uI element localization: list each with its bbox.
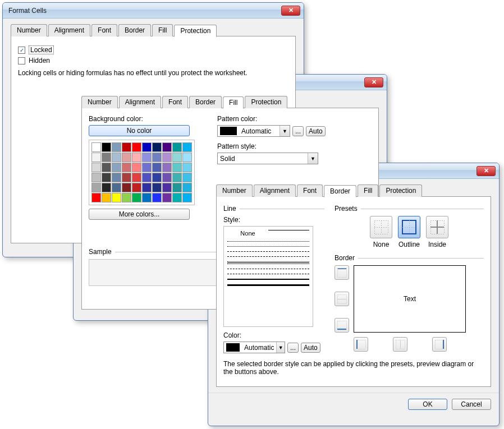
color-swatch[interactable] <box>182 193 192 202</box>
color-swatch[interactable] <box>91 163 101 172</box>
color-swatch[interactable] <box>172 173 182 182</box>
tab-number[interactable]: Number <box>11 24 47 36</box>
border-left-button[interactable] <box>354 337 368 352</box>
color-swatch[interactable] <box>91 183 101 192</box>
border-middle-h-button[interactable] <box>335 292 349 306</box>
color-swatch[interactable] <box>132 193 141 202</box>
line-style-option[interactable] <box>227 279 309 280</box>
color-swatch[interactable] <box>112 163 121 172</box>
color-swatch[interactable] <box>182 153 192 162</box>
line-style-option[interactable] <box>227 251 309 252</box>
color-swatch[interactable] <box>112 173 121 182</box>
color-swatch[interactable] <box>122 153 131 162</box>
border-color-auto-button[interactable]: Auto <box>301 343 320 353</box>
color-swatch[interactable] <box>112 183 121 192</box>
color-swatch[interactable] <box>102 142 111 152</box>
color-swatch[interactable] <box>112 142 121 152</box>
pattern-color-more-button[interactable]: ... <box>292 126 304 136</box>
color-swatch[interactable] <box>102 173 111 182</box>
tab-protection[interactable]: Protection <box>245 96 287 108</box>
border-color-more-button[interactable]: ... <box>287 343 299 353</box>
border-bottom-button[interactable] <box>335 318 349 333</box>
color-swatch[interactable] <box>172 183 182 192</box>
color-swatch[interactable] <box>162 183 172 192</box>
color-swatch[interactable] <box>162 163 172 172</box>
border-color-combo[interactable]: Automatic ▼ <box>223 342 285 353</box>
color-swatch[interactable] <box>91 153 101 162</box>
line-style-list[interactable]: None <box>223 226 313 327</box>
tab-number[interactable]: Number <box>216 184 253 197</box>
color-swatch[interactable] <box>142 173 152 182</box>
tab-alignment[interactable]: Alignment <box>254 184 296 197</box>
color-swatch[interactable] <box>162 142 172 152</box>
color-swatch[interactable] <box>122 142 131 152</box>
line-style-option[interactable] <box>227 284 309 286</box>
color-swatch[interactable] <box>152 153 162 162</box>
color-swatch[interactable] <box>132 183 141 192</box>
close-button[interactable]: ✕ <box>476 166 496 176</box>
color-swatch[interactable] <box>102 183 111 192</box>
color-swatch[interactable] <box>182 183 192 192</box>
color-swatch[interactable] <box>91 142 101 152</box>
color-swatch[interactable] <box>91 173 101 182</box>
pattern-color-combo[interactable]: Automatic ▼ <box>217 125 290 137</box>
preset-outline-button[interactable] <box>398 216 420 238</box>
tab-number[interactable]: Number <box>81 96 118 108</box>
color-palette[interactable] <box>89 140 195 205</box>
color-swatch[interactable] <box>172 153 182 162</box>
color-swatch[interactable] <box>152 193 162 202</box>
color-swatch[interactable] <box>162 193 172 202</box>
more-colors-button[interactable]: More colors... <box>89 209 190 220</box>
border-right-button[interactable] <box>432 337 447 352</box>
color-swatch[interactable] <box>162 153 172 162</box>
line-style-option[interactable] <box>227 274 309 274</box>
locked-checkbox[interactable]: ✓ Locked <box>18 45 288 54</box>
color-swatch[interactable] <box>172 193 182 202</box>
cancel-button[interactable]: Cancel <box>452 399 491 410</box>
close-button[interactable]: ✕ <box>281 6 300 16</box>
color-swatch[interactable] <box>102 153 111 162</box>
tab-fill[interactable]: Fill <box>223 96 244 109</box>
color-swatch[interactable] <box>182 163 192 172</box>
color-swatch[interactable] <box>182 142 192 152</box>
preset-none-button[interactable] <box>370 216 392 238</box>
tab-protection[interactable]: Protection <box>174 25 217 37</box>
tab-border[interactable]: Border <box>324 185 356 197</box>
close-button[interactable]: ✕ <box>364 77 383 87</box>
color-swatch[interactable] <box>142 193 152 202</box>
color-swatch[interactable] <box>162 173 172 182</box>
no-color-button[interactable]: No color <box>89 125 190 136</box>
border-top-button[interactable] <box>335 265 349 280</box>
border-preview[interactable]: Text <box>354 265 466 333</box>
color-swatch[interactable] <box>152 173 162 182</box>
tab-protection[interactable]: Protection <box>379 184 422 197</box>
tab-alignment[interactable]: Alignment <box>119 96 161 108</box>
color-swatch[interactable] <box>142 183 152 192</box>
line-style-none[interactable]: None <box>227 230 268 237</box>
tab-fill[interactable]: Fill <box>152 24 173 36</box>
line-style-option-selected[interactable] <box>227 261 309 264</box>
color-swatch[interactable] <box>122 173 131 182</box>
line-style-option[interactable] <box>227 256 309 257</box>
line-style-option[interactable] <box>227 246 309 247</box>
color-swatch[interactable] <box>152 142 162 152</box>
color-swatch[interactable] <box>91 193 101 202</box>
color-swatch[interactable] <box>102 193 111 202</box>
tab-border[interactable]: Border <box>189 96 222 108</box>
tab-font[interactable]: Font <box>297 184 323 197</box>
tab-border[interactable]: Border <box>118 24 151 36</box>
pattern-style-combo[interactable]: Solid ▼ <box>217 153 318 164</box>
border-middle-v-button[interactable] <box>393 337 407 352</box>
preset-inside-button[interactable] <box>426 216 448 238</box>
tab-font[interactable]: Font <box>162 96 188 108</box>
color-swatch[interactable] <box>152 183 162 192</box>
hidden-checkbox[interactable]: Hidden <box>18 57 288 64</box>
color-swatch[interactable] <box>112 193 121 202</box>
titlebar[interactable]: Format Cells ✕ <box>3 3 304 19</box>
color-swatch[interactable] <box>142 153 152 162</box>
color-swatch[interactable] <box>122 183 131 192</box>
tab-fill[interactable]: Fill <box>358 184 378 197</box>
color-swatch[interactable] <box>142 142 152 152</box>
tab-alignment[interactable]: Alignment <box>48 24 90 36</box>
line-style-option[interactable] <box>227 269 309 269</box>
